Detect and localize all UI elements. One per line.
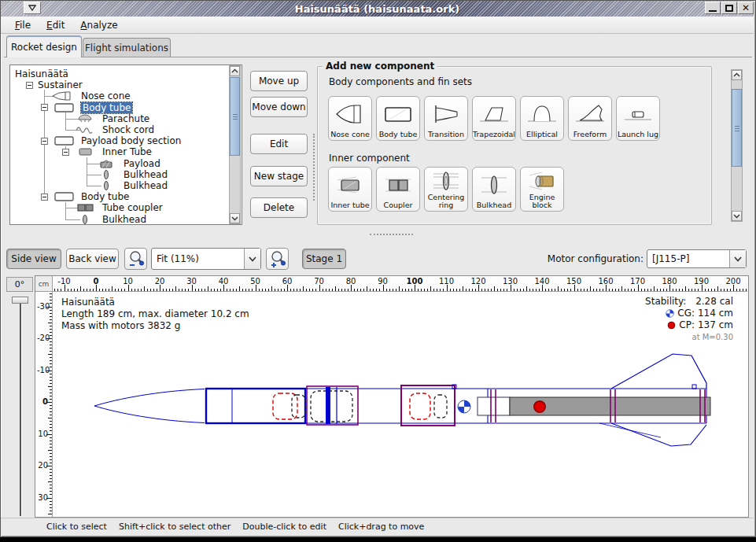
ruler-tick	[326, 289, 326, 292]
zoom-level-select[interactable]: Fit (11%)	[151, 248, 261, 270]
component-label: Elliptical	[526, 131, 558, 138]
ruler-tick	[724, 289, 725, 292]
edit-button[interactable]: Edit	[250, 134, 308, 154]
scroll-up-icon[interactable]	[732, 70, 742, 80]
tree-item-bulkhead[interactable]: Bulkhead	[124, 169, 168, 180]
menu-edit[interactable]: Edit	[39, 18, 72, 32]
add-freeform-button[interactable]: Freeform	[568, 96, 612, 141]
tree-row[interactable]: Shock cord	[10, 124, 242, 135]
component-tree[interactable]: HaisunäätäSustainerNose coneBody tubePar…	[9, 65, 242, 225]
ruler-tick	[50, 335, 52, 336]
tree-row[interactable]: Sustainer	[10, 79, 242, 90]
collapse-icon[interactable]	[41, 194, 48, 201]
window-menu-icon[interactable]	[24, 2, 41, 14]
status-hint: Click to select	[46, 522, 107, 532]
ruler-tick	[50, 332, 52, 333]
side-view-button[interactable]: Side view	[6, 249, 61, 269]
add-body-tube-button[interactable]: Body tube	[376, 96, 420, 141]
tree-item-body-tube[interactable]: Body tube	[81, 191, 129, 202]
ruler-tick	[345, 289, 345, 292]
rotation-slider-handle[interactable]	[12, 297, 28, 304]
motor-configuration-select[interactable]: [J115-P]	[647, 249, 747, 268]
vertical-splitter-handle[interactable]	[313, 134, 315, 201]
component-scrollbar-thumb[interactable]	[732, 89, 742, 167]
maximize-icon[interactable]	[721, 2, 737, 14]
minimize-icon[interactable]	[705, 2, 721, 14]
collapse-icon[interactable]	[41, 138, 48, 145]
ruler-tick	[621, 286, 622, 291]
chevron-down-icon[interactable]	[244, 249, 260, 269]
collapse-icon[interactable]	[62, 149, 69, 156]
zoom-in-button[interactable]	[266, 248, 289, 270]
add-transition-button[interactable]: Transition	[424, 96, 468, 141]
ruler-tick	[558, 286, 559, 291]
tree-scrollbar-thumb[interactable]	[230, 77, 240, 156]
add-nose-cone-button[interactable]: Nose cone	[328, 96, 372, 141]
collapse-icon[interactable]	[41, 104, 48, 111]
tree-item-inner-tube[interactable]: Inner Tube	[102, 146, 152, 157]
move-down-button[interactable]: Move down	[250, 97, 308, 117]
title-bar[interactable]: Haisunäätä (haisunaata.ork)	[1, 1, 754, 17]
rocket-canvas[interactable]: Haisunäätä Length 189 cm, max. diameter …	[53, 292, 747, 517]
menu-analyze[interactable]: Analyze	[72, 18, 125, 32]
mach-note: at M=0.30	[645, 331, 733, 343]
tree-item-body-tube[interactable]: Body tube	[81, 102, 132, 113]
tree-row[interactable]: Body tube	[10, 102, 242, 113]
tree-row[interactable]: Bulkhead	[10, 214, 242, 225]
back-view-button[interactable]: Back view	[66, 249, 119, 269]
zoom-out-button[interactable]	[124, 248, 147, 270]
tab-rocket-design[interactable]: Rocket design	[6, 35, 82, 57]
move-up-button[interactable]: Move up	[250, 71, 308, 91]
tree-row[interactable]: Parachute	[10, 113, 242, 124]
tree-item-tube-coupler[interactable]: Tube coupler	[102, 202, 163, 213]
tree-item-haisunäätä[interactable]: Haisunäätä	[15, 68, 68, 79]
tree-row[interactable]: Tube coupler	[10, 202, 242, 213]
tree-item-payload[interactable]: Payload	[124, 158, 160, 169]
ruler-tick	[50, 437, 52, 438]
add-coupler-button[interactable]: Coupler	[376, 167, 420, 212]
ruler-tick	[363, 289, 364, 292]
scroll-down-icon[interactable]	[732, 211, 742, 221]
ruler-tick	[239, 286, 240, 291]
ruler-tick	[711, 289, 712, 292]
stage-1-toggle[interactable]: Stage 1	[302, 249, 346, 269]
tree-row[interactable]: Haisunäätä	[10, 68, 242, 79]
tree-item-bulkhead[interactable]: Bulkhead	[124, 180, 168, 191]
stability-value: 2.28 cal	[695, 296, 733, 308]
add-elliptical-button[interactable]: Elliptical	[520, 96, 564, 141]
menu-file[interactable]: File	[7, 18, 39, 32]
add-engine-block-button[interactable]: Engine block	[520, 167, 564, 212]
tree-row[interactable]: Nose cone	[10, 90, 242, 101]
delete-button[interactable]: Delete	[250, 197, 308, 218]
tree-row[interactable]: Payload body section	[10, 135, 242, 146]
add-bulkhead-button[interactable]: Bulkhead	[472, 167, 516, 212]
add-launch-lug-button[interactable]: Launch lug	[616, 96, 660, 141]
tree-item-bulkhead[interactable]: Bulkhead	[102, 214, 146, 225]
scroll-up-icon[interactable]	[230, 66, 240, 76]
tree-item-nose-cone[interactable]: Nose cone	[81, 90, 131, 101]
tree-scrollbar[interactable]	[229, 65, 241, 224]
horizontal-splitter-handle[interactable]	[370, 234, 413, 235]
tree-item-parachute[interactable]: Parachute	[102, 113, 149, 124]
rotation-slider-track[interactable]	[20, 297, 22, 516]
tree-row[interactable]: Bulkhead	[10, 180, 242, 191]
close-icon[interactable]: ✕	[738, 2, 754, 14]
add-centering-ring-button[interactable]: Centering ring	[424, 167, 468, 212]
ruler-tick	[105, 289, 106, 292]
collapse-icon[interactable]	[26, 82, 33, 89]
tree-row[interactable]: Body tube	[10, 191, 242, 202]
add-inner-tube-button[interactable]: Inner tube	[328, 167, 372, 212]
tab-flight-simulations[interactable]: Flight simulations	[83, 38, 171, 57]
tree-row[interactable]: Payload	[10, 158, 242, 169]
ruler-tick	[367, 286, 367, 291]
new-stage-button[interactable]: New stage	[250, 166, 308, 186]
tree-row[interactable]: Bulkhead	[10, 169, 242, 180]
scroll-down-icon[interactable]	[230, 213, 240, 223]
tree-item-sustainer[interactable]: Sustainer	[38, 79, 83, 90]
chevron-down-icon[interactable]	[729, 250, 746, 267]
tree-item-shock-cord[interactable]: Shock cord	[102, 124, 154, 135]
tree-row[interactable]: Inner Tube	[10, 146, 242, 157]
add-trapezoidal-button[interactable]: Trapezoidal	[472, 96, 516, 141]
tree-item-payload-body-section[interactable]: Payload body section	[81, 135, 181, 146]
component-panel-scrollbar[interactable]	[731, 69, 743, 222]
